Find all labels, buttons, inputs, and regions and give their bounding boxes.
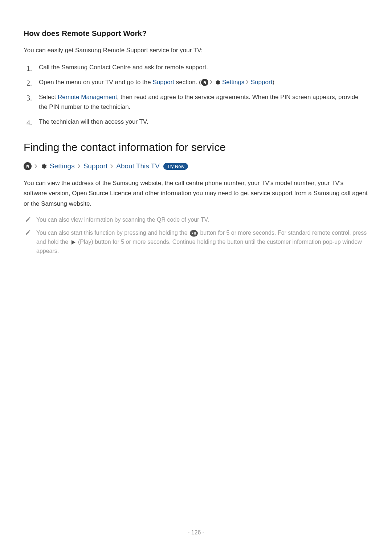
home-icon — [201, 79, 208, 86]
chevron-icon — [210, 80, 213, 84]
step-item: Select Remote Management, then read and … — [24, 92, 368, 112]
breadcrumb-nav: Settings Support About This TV Try Now — [24, 162, 368, 170]
section-heading: Finding the contact information for serv… — [24, 141, 368, 153]
step-text: Open the menu on your TV and go to the — [39, 79, 152, 86]
subsection-heading: How does Remote Support Work? — [24, 29, 368, 38]
intro-paragraph: You can easily get Samsung Remote Suppor… — [24, 46, 368, 55]
remote-management-link: Remote Management — [58, 94, 117, 100]
play-pause-icon — [190, 230, 198, 237]
step-item: Call the Samsung Contact Centre and ask … — [24, 62, 368, 72]
page-number: - 126 - — [188, 529, 204, 536]
body-paragraph: You can view the address of the Samsung … — [24, 178, 368, 209]
support-link: Support — [251, 79, 273, 86]
note-text: You can also view information by scannin… — [36, 216, 368, 225]
step-text: section. ( — [174, 79, 201, 86]
about-tv-link: About This TV — [116, 162, 160, 170]
chevron-icon — [34, 164, 37, 168]
note-text-part: (Play) button for 5 or more seconds. Con… — [36, 239, 362, 254]
pencil-icon — [25, 216, 31, 224]
support-link: Support — [83, 162, 108, 170]
settings-link: Settings — [50, 162, 75, 170]
settings-link: Settings — [220, 79, 244, 86]
step-text: ) — [272, 79, 274, 86]
gear-icon — [40, 163, 47, 169]
step-text: Select — [39, 94, 58, 100]
step-item: The technician will then access your TV. — [24, 117, 368, 127]
play-icon — [71, 240, 76, 245]
inline-nav-path: Settings Support — [201, 79, 273, 86]
support-link: Support — [152, 79, 174, 86]
step-item: Open the menu on your TV and go to the S… — [24, 77, 368, 87]
chevron-icon — [110, 164, 113, 168]
chevron-icon — [246, 80, 249, 84]
note-text-part: You can also start this function by pres… — [36, 230, 189, 236]
note-item: You can also view information by scannin… — [24, 216, 368, 225]
chevron-icon — [78, 164, 81, 168]
note-item: You can also start this function by pres… — [24, 229, 368, 255]
try-now-badge: Try Now — [163, 163, 188, 170]
pencil-icon — [25, 229, 31, 237]
home-icon — [24, 162, 32, 170]
gear-icon — [215, 79, 220, 85]
steps-list: Call the Samsung Contact Centre and ask … — [24, 62, 368, 127]
note-text: You can also start this function by pres… — [36, 229, 368, 255]
